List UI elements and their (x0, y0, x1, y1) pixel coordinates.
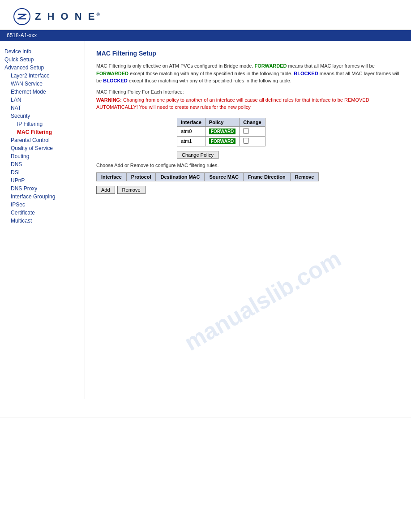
change-policy-button[interactable]: Change Policy (177, 151, 218, 159)
table-row: atm1 FORWARD (177, 136, 265, 146)
sidebar-item-lan[interactable]: LAN (4, 96, 80, 104)
sidebar-item-ethernet-mode[interactable]: Ethernet Mode (4, 88, 80, 96)
rules-header-source-mac: Source MAC (205, 172, 243, 181)
policy-table-header-policy: Policy (205, 118, 239, 126)
table-row: atm0 FORWARD (177, 126, 265, 136)
sidebar-item-certificate[interactable]: Certificate (4, 209, 80, 217)
header: Z H O N E® (0, 0, 411, 30)
policy-table-header-change: Change (240, 118, 265, 126)
action-buttons: Add Remove (96, 186, 400, 194)
sidebar-item-dns-proxy[interactable]: DNS Proxy (4, 184, 80, 193)
sidebar-item-wan-service[interactable]: WAN Service (4, 80, 80, 88)
zhone-logo-icon (13, 8, 30, 25)
rules-table: Interface Protocol Destination MAC Sourc… (96, 172, 319, 181)
interface-atm0: atm0 (177, 126, 206, 136)
sidebar-item-parental-control[interactable]: Parental Control (4, 136, 80, 144)
policy-table-header-interface: Interface (177, 118, 206, 126)
sidebar-item-advanced-setup[interactable]: Advanced Setup (4, 64, 80, 72)
sidebar-item-quick-setup[interactable]: Quick Setup (4, 56, 80, 64)
logo-text: Z H O N E® (35, 11, 102, 22)
policy-table: Interface Policy Change atm0 FORWARD atm… (177, 118, 265, 146)
warning-text: WARNING: Changing from one policy to ano… (96, 96, 400, 111)
change-checkbox-atm0[interactable] (240, 126, 265, 136)
rules-header-protocol: Protocol (126, 172, 156, 181)
rules-header-interface: Interface (97, 172, 127, 181)
interface-atm1: atm1 (177, 136, 206, 146)
sidebar-item-ipsec[interactable]: IPSec (4, 201, 80, 209)
sidebar-item-security[interactable]: Security (4, 112, 80, 120)
sidebar-item-upnp[interactable]: UPnP (4, 176, 80, 184)
main-layout: Device InfoQuick SetupAdvanced SetupLaye… (0, 41, 411, 399)
sidebar-item-interface-grouping[interactable]: Interface Grouping (4, 193, 80, 201)
nav-bar: 6518-A1-xxx (0, 30, 411, 41)
sidebar-item-device-info[interactable]: Device Info (4, 47, 80, 56)
content-area: manualslib.com MAC Filtering Setup MAC F… (85, 41, 411, 399)
footer-line (0, 417, 411, 417)
add-button[interactable]: Add (96, 186, 115, 194)
rules-header-dest-mac: Destination MAC (156, 172, 205, 181)
rules-header-remove: Remove (290, 172, 319, 181)
sidebar-item-dsl[interactable]: DSL (4, 168, 80, 176)
sidebar-item-dns[interactable]: DNS (4, 160, 80, 168)
sidebar-item-ip-filtering[interactable]: IP Filtering (4, 120, 80, 128)
rules-header-frame-dir: Frame Direction (243, 172, 290, 181)
watermark: manualslib.com (180, 245, 345, 356)
add-remove-text: Choose Add or Remove to configure MAC fi… (96, 163, 400, 168)
logo-area: Z H O N E® (13, 8, 398, 25)
policy-section-label: MAC Filtering Policy For Each Interface: (96, 89, 400, 94)
sidebar-item-layer2-interface[interactable]: Layer2 Interface (4, 72, 80, 80)
sidebar-item-nat[interactable]: NAT (4, 104, 80, 112)
change-checkbox-atm1[interactable] (240, 136, 265, 146)
sidebar: Device InfoQuick SetupAdvanced SetupLaye… (0, 41, 85, 399)
description-paragraph: MAC Filtering is only effective on ATM P… (96, 62, 400, 85)
sidebar-item-routing[interactable]: Routing (4, 152, 80, 160)
page-title: MAC Filtering Setup (96, 50, 400, 57)
sidebar-item-quality-of-service[interactable]: Quality of Service (4, 144, 80, 152)
policy-forward-atm1: FORWARD (205, 136, 239, 146)
policy-forward-atm0: FORWARD (205, 126, 239, 136)
device-label: 6518-A1-xxx (7, 32, 37, 39)
sidebar-item-multicast[interactable]: Multicast (4, 217, 80, 225)
remove-button[interactable]: Remove (117, 186, 146, 194)
sidebar-item-mac-filtering[interactable]: MAC Filtering (4, 128, 80, 136)
